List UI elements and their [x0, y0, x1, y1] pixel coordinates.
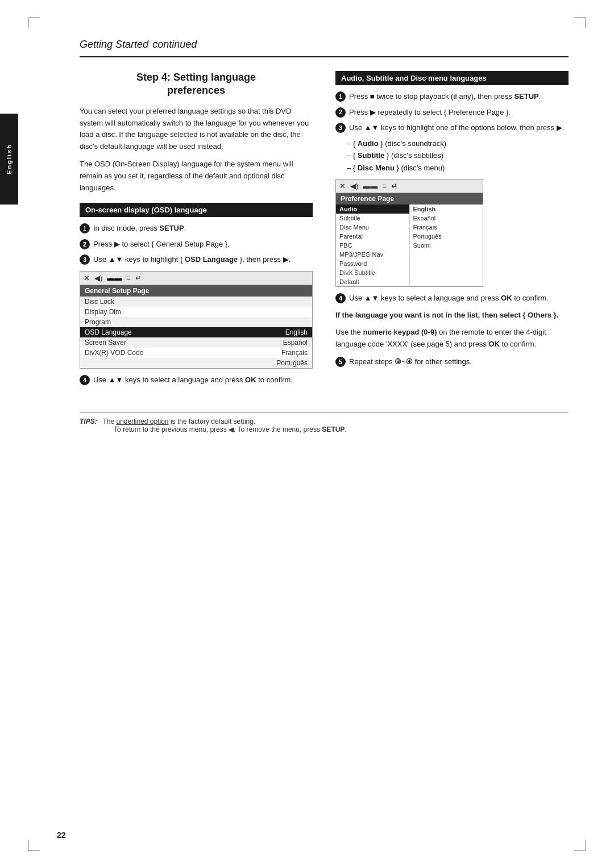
osd-step1-content: In disc mode, press SETUP.: [93, 223, 313, 234]
body-text-1: You can select your preferred language s…: [80, 106, 313, 153]
pref-row-divxsub: DivX Subtitle: [336, 268, 409, 277]
pref-val-english: English: [410, 205, 483, 214]
audio-subtitle-section-bar: Audio, Subtitle and Disc menu languages: [335, 71, 569, 85]
page-number: 22: [57, 831, 66, 840]
setup-bold-tips: SETUP: [322, 425, 345, 433]
step-num-4: 4: [80, 375, 90, 385]
pref-row-discmenu: Disc Menu: [336, 223, 409, 232]
screensaver-label: Screen Saver: [85, 339, 283, 347]
discmenu-bold: Disc Menu: [358, 164, 395, 172]
main-heading: Getting Started continued: [80, 34, 569, 57]
osd-step-1: 1 In disc mode, press SETUP.: [80, 223, 313, 234]
heading-title: Getting Started: [80, 39, 148, 50]
setup-bold-1: SETUP: [159, 224, 184, 232]
audio-step-num-4: 4: [335, 293, 346, 303]
bold-note: If the language you want is not in the l…: [335, 310, 569, 322]
osd-step-4: 4 Use ▲▼ keys to select a language and p…: [80, 374, 313, 386]
audio-subtitle-heading: Audio, Subtitle and Disc menu languages: [341, 74, 487, 82]
general-setup-menu: ✕ ◀) ▬▬ ≡ ↵ General Setup Page Disc Lock…: [80, 271, 313, 369]
pref-menu-body: Audio Subtitle Disc Menu Parental PBC MP…: [336, 205, 483, 286]
pref-val-portugues: Português: [410, 232, 483, 241]
audio-bold: Audio: [358, 139, 379, 148]
displaydim-label: Display Dim: [85, 308, 308, 316]
audio-step4-list: 4 Use ▲▼ keys to select a language and p…: [335, 293, 569, 304]
numeric-keypad-note: Use the numeric keypad (0-9) on the remo…: [335, 327, 569, 350]
pref-menu-icons-row: ✕ ◀) ▬▬ ≡ ↵: [336, 180, 483, 193]
osd-steps-list: 1 In disc mode, press SETUP. 2 Press ▶ t…: [80, 223, 313, 265]
osd-step-3: 3 Use ▲▼ keys to highlight { OSD Languag…: [80, 254, 313, 265]
menu-icons-row: ✕ ◀) ▬▬ ≡ ↵: [80, 272, 312, 285]
extra-value: Português: [276, 359, 308, 367]
heading-suffix: continued: [152, 39, 197, 50]
menu-row-displaydim: Display Dim: [80, 307, 312, 317]
menu-icon-x: ✕: [84, 274, 90, 282]
menu-row-extra: Português: [80, 358, 312, 368]
subtitle-bold: Subtitle: [358, 151, 385, 160]
ok-bold-r4: OK: [501, 294, 512, 302]
menu-row-divx: DivX(R) VOD Code Français: [80, 348, 312, 358]
osd-step4-list: 4 Use ▲▼ keys to select a language and p…: [80, 374, 313, 386]
menu-title: General Setup Page: [80, 285, 312, 297]
audio-step2-content: Press ▶ repeatedly to select { Preferenc…: [349, 107, 569, 118]
tips-line2: To return to the previous menu, press ◀.…: [114, 425, 569, 433]
bold-note-text: If the language you want is not in the l…: [335, 311, 558, 319]
menu-icon-audio: ◀): [94, 274, 102, 282]
osd-step3-content: Use ▲▼ keys to highlight { OSD Language …: [93, 254, 313, 265]
menu-icon-pref: ≡: [126, 274, 131, 282]
audio-step-num-3: 3: [335, 123, 346, 133]
body-text-2: The OSD (On-Screen Display) language for…: [80, 158, 313, 194]
pref-row-parental: Parental: [336, 232, 409, 241]
extra-label: [85, 359, 276, 367]
audio-step3-content: Use ▲▼ keys to highlight one of the opti…: [349, 122, 569, 133]
osd-step4-content: Use ▲▼ keys to select a language and pre…: [93, 374, 313, 386]
audio-step-5: 5 Repeat steps ③~④ for other settings.: [335, 356, 569, 368]
underlined-option: underlined option: [116, 418, 168, 425]
divx-value: Français: [281, 349, 308, 357]
osdlang-value: English: [285, 328, 308, 336]
menu-row-screensaver: Screen Saver Español: [80, 337, 312, 348]
bullet-audio: { Audio } (disc's soundtrack): [347, 138, 569, 149]
divx-label: DivX(R) VOD Code: [85, 349, 281, 357]
menu-rows: Disc Lock Display Dim Program OSD Langua…: [80, 297, 312, 368]
audio-step-3: 3 Use ▲▼ keys to highlight one of the op…: [335, 122, 569, 133]
bullet-discmenu: { Disc Menu } (disc's menu): [347, 162, 569, 174]
menu-row-program: Program: [80, 317, 312, 327]
audio-step-1: 1 Press ■ twice to stop playback (if any…: [335, 91, 569, 102]
audio-step-num-5: 5: [335, 357, 346, 367]
pref-row-pbc: PBC: [336, 241, 409, 250]
audio-step-2: 2 Press ▶ repeatedly to select { Prefere…: [335, 107, 569, 118]
preference-page-menu: ✕ ◀) ▬▬ ≡ ↵ Preference Page Audio Subtit…: [335, 179, 483, 287]
bullet-subtitle: { Subtitle } (disc's subtitles): [347, 150, 569, 161]
section-osd-bar: On-screen display (OSD) language: [80, 203, 313, 217]
step-ref-3: ③: [395, 357, 401, 366]
right-column: Audio, Subtitle and Disc menu languages …: [335, 71, 569, 390]
audio-step5-content: Repeat steps ③~④ for other settings.: [349, 356, 569, 368]
menu-icon-setup: ▬▬: [107, 274, 122, 282]
pref-row-audio: Audio: [336, 205, 409, 214]
pref-row-mp3: MP3/JPEG Nav: [336, 250, 409, 259]
osd-lang-bold: OSD Language: [185, 255, 238, 264]
pref-menu-title: Preference Page: [336, 193, 483, 205]
program-label: Program: [85, 318, 308, 326]
two-column-layout: Step 4: Setting language preferences You…: [80, 71, 569, 390]
step-heading: Step 4: Setting language preferences: [80, 71, 313, 98]
pref-icon-x: ✕: [339, 182, 346, 190]
pref-row-subtitle: Subtitle: [336, 214, 409, 223]
step-num-1: 1: [80, 223, 90, 233]
osd-step2-content: Press ▶ to select { General Setup Page }…: [93, 239, 313, 250]
tips-label: TIPS:: [80, 418, 97, 425]
pref-icon-setup: ▬▬: [363, 182, 377, 190]
osd-step-2: 2 Press ▶ to select { General Setup Page…: [80, 239, 313, 250]
ok-bold-1: OK: [245, 375, 256, 384]
ok-bold-r5: OK: [488, 340, 500, 348]
audio-step4-content: Use ▲▼ keys to select a language and pre…: [349, 293, 569, 304]
pref-row-default: Default: [336, 277, 409, 286]
audio-step-num-2: 2: [335, 107, 346, 118]
step-heading-line1: Step 4: Setting language: [136, 72, 256, 83]
tips-line1: TIPS: The underlined option is the facto…: [80, 418, 569, 425]
pref-icon-audio: ◀): [350, 182, 358, 190]
menu-icon-return: ↵: [135, 274, 142, 282]
keypad-bold: numeric keypad (0-9): [363, 328, 437, 336]
audio-step-num-1: 1: [335, 91, 346, 102]
pref-right-col: English Español Français Português Suomi: [410, 205, 483, 286]
